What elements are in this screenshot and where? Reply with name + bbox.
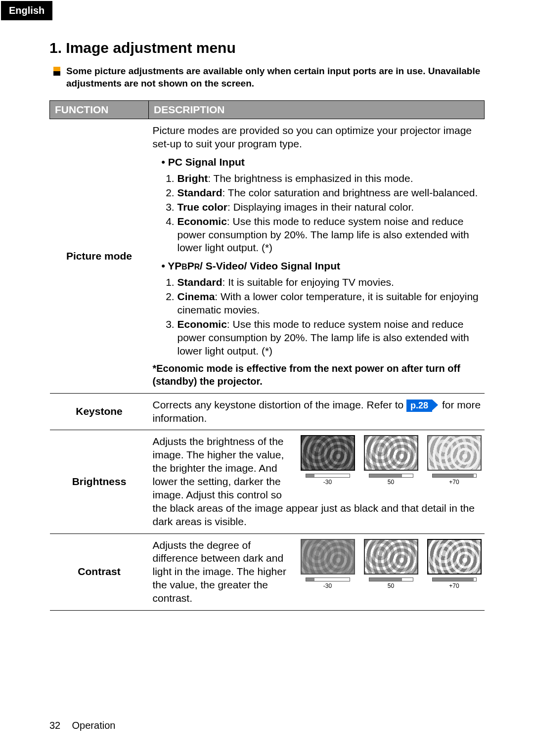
slider-icon	[306, 578, 350, 581]
keystone-text-1: Corrects any keystone distortion of the …	[153, 399, 407, 410]
footer-section: Operation	[72, 720, 116, 731]
function-description: Picture modes are provided so you can op…	[149, 119, 485, 393]
thumb-block: 50	[364, 435, 418, 486]
slider-label: 50	[364, 479, 418, 486]
slider-fill	[306, 578, 315, 581]
slider-label: 50	[364, 582, 418, 590]
thumbnail-image	[427, 539, 482, 575]
slider-fill	[369, 578, 402, 581]
list-item: Economic: Use this mode to reduce system…	[178, 215, 482, 255]
slider-icon	[432, 474, 477, 478]
table-row: Picture mode Picture modes are provided …	[50, 119, 485, 393]
thumb-block: 50	[364, 539, 418, 590]
thumbnail-image	[301, 539, 355, 575]
col-function: FUNCTION	[50, 101, 149, 119]
picture-mode-intro: Picture modes are provided so you can op…	[153, 124, 482, 151]
slider-fill	[306, 474, 315, 477]
slider-icon	[306, 474, 350, 478]
function-name: Brightness	[50, 430, 149, 534]
slider-icon	[369, 578, 413, 581]
slider-fill	[433, 578, 474, 581]
brightness-thumbnails: -30 50 +70	[301, 435, 482, 486]
function-name: Picture mode	[50, 119, 149, 393]
thumbnail-image	[364, 435, 418, 471]
slider-icon	[432, 578, 477, 581]
list-item: True color: Displaying images in their n…	[178, 201, 482, 214]
function-name: Keystone	[50, 393, 149, 430]
functions-table: FUNCTION DESCRIPTION Picture mode Pictur…	[49, 100, 485, 611]
thumbnail-image	[364, 539, 418, 575]
table-row: Keystone Corrects any keystone distortio…	[50, 393, 485, 430]
thumb-block: -30	[301, 435, 355, 486]
slider-label: +70	[427, 479, 482, 486]
content-area: 1. Image adjustment menu Some picture ad…	[49, 40, 485, 611]
thumbnail-image	[427, 435, 482, 471]
pc-signal-heading: PC Signal Input	[162, 156, 482, 169]
function-name: Contrast	[50, 534, 149, 610]
function-description: -30 50 +70	[149, 430, 485, 534]
contrast-thumbnails: -30 50 +70	[301, 539, 482, 590]
note-text: Some picture adjustments are available o…	[66, 65, 485, 89]
picture-mode-footnote: *Economic mode is effective from the nex…	[153, 362, 482, 388]
ypbpr-heading: YPBPR/ S-Video/ Video Signal Input	[162, 260, 482, 273]
language-tab: English	[1, 1, 52, 20]
function-description: Corrects any keystone distortion of the …	[149, 393, 485, 430]
page-ref-badge: p.28	[406, 400, 432, 412]
pc-signal-list: Bright: The brightness is emphasized in …	[167, 172, 482, 255]
thumbnail-image	[301, 435, 355, 471]
table-header-row: FUNCTION DESCRIPTION	[50, 101, 485, 119]
slider-fill	[433, 474, 474, 477]
slider-label: -30	[301, 479, 355, 486]
page-title: 1. Image adjustment menu	[49, 40, 485, 56]
thumb-block: +70	[427, 435, 482, 486]
slider-icon	[369, 474, 413, 478]
list-item: Bright: The brightness is emphasized in …	[178, 172, 482, 185]
list-item: Standard: It is suitable for enjoying TV…	[178, 276, 482, 289]
list-item: Cinema: With a lower color temperature, …	[178, 290, 482, 317]
list-item: Economic: Use this mode to reduce system…	[178, 318, 482, 358]
thumb-block: +70	[427, 539, 482, 590]
slider-label: -30	[301, 582, 355, 590]
function-description: -30 50 +70	[149, 534, 485, 610]
slider-label: +70	[427, 582, 482, 590]
list-item: Standard: The color saturation and brigh…	[178, 186, 482, 200]
col-description: DESCRIPTION	[149, 101, 485, 119]
note-icon	[53, 67, 60, 76]
table-row: Contrast -30 50	[50, 534, 485, 610]
table-row: Brightness -30 50	[50, 430, 485, 534]
page: English 1. Image adjustment menu Some pi…	[0, 0, 534, 756]
page-number: 32	[49, 720, 69, 731]
slider-fill	[369, 474, 402, 477]
page-footer: 32 Operation	[49, 720, 115, 731]
note: Some picture adjustments are available o…	[53, 65, 485, 89]
thumb-block: -30	[301, 539, 355, 590]
ypbpr-list: Standard: It is suitable for enjoying TV…	[167, 276, 482, 357]
